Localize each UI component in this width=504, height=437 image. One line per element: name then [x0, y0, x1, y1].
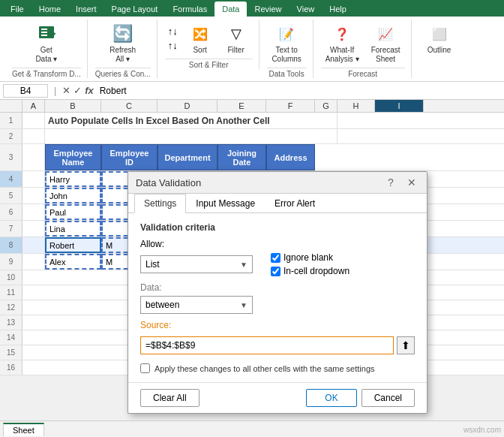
- tab-view[interactable]: View: [290, 2, 322, 17]
- data-dropdown-arrow: ▼: [240, 301, 248, 309]
- col-f[interactable]: F: [266, 100, 315, 112]
- source-range-button[interactable]: ⬆: [397, 336, 415, 354]
- cell-reference-box[interactable]: [3, 84, 48, 98]
- group-label-sort: Sort & Filter: [165, 59, 253, 69]
- tab-input-message[interactable]: Input Message: [186, 194, 265, 213]
- tab-page-layout[interactable]: Page Layout: [104, 2, 166, 17]
- get-data-icon: [34, 22, 58, 46]
- dialog-body: Validation criteria Allow: List ▼ Ignore…: [128, 213, 427, 382]
- group-queries: 🔄 RefreshAll ▾ Queries & Con...: [89, 20, 158, 78]
- data-dropdown[interactable]: between ▼: [140, 296, 253, 314]
- col-h[interactable]: H: [338, 100, 375, 112]
- cancel-button[interactable]: Cancel: [362, 389, 415, 407]
- tab-home[interactable]: Home: [32, 2, 68, 17]
- cell-a3[interactable]: [22, 144, 45, 170]
- dialog-title-bar: Data Validation ? ✕: [128, 172, 427, 194]
- tab-insert[interactable]: Insert: [68, 2, 104, 17]
- validation-criteria-title: Validation criteria: [140, 222, 415, 233]
- row-num-1: 1: [0, 113, 22, 128]
- data-validation-dialog[interactable]: Data Validation ? ✕ Settings Input Messa…: [128, 171, 428, 414]
- ribbon: File Home Insert Page Layout Formulas Da…: [0, 0, 504, 82]
- clear-all-button[interactable]: Clear All: [140, 389, 200, 407]
- ignore-blank-checkbox[interactable]: Ignore blank: [271, 252, 350, 263]
- col-e[interactable]: E: [218, 100, 266, 112]
- sort-descending-button[interactable]: ↑↓: [165, 39, 181, 52]
- cell-department-header[interactable]: Department: [158, 144, 218, 170]
- tab-review[interactable]: Review: [247, 2, 289, 17]
- col-a[interactable]: A: [22, 100, 45, 112]
- get-data-button[interactable]: GetData ▾: [30, 20, 63, 66]
- forecast-icon: 📈: [374, 22, 398, 46]
- filter-label: Filter: [228, 46, 244, 55]
- refresh-label: RefreshAll ▾: [110, 46, 136, 64]
- dialog-help-icon[interactable]: ?: [383, 176, 398, 188]
- in-cell-dropdown-input[interactable]: [271, 267, 280, 276]
- filter-button[interactable]: ▽ Filter: [220, 20, 253, 57]
- tab-file[interactable]: File: [3, 2, 32, 17]
- cell-a5[interactable]: [22, 188, 45, 203]
- cell-b5-john[interactable]: John: [45, 188, 101, 203]
- insert-function-icon[interactable]: fx: [85, 85, 94, 96]
- formula-input[interactable]: [97, 85, 501, 97]
- outline-icon: ⬜: [428, 22, 452, 46]
- sort-button[interactable]: 🔀 Sort: [184, 20, 217, 57]
- cell-a9[interactable]: [22, 254, 45, 270]
- text-to-columns-button[interactable]: 📝 Text toColumns: [267, 20, 305, 66]
- allow-dropdown[interactable]: List ▼: [140, 255, 253, 273]
- cell-b1[interactable]: Auto Populate Cells In Excel Based On An…: [45, 113, 338, 128]
- cell-b2[interactable]: [45, 129, 338, 143]
- col-g[interactable]: G: [315, 100, 338, 112]
- sort-ascending-button[interactable]: ↑↓: [165, 25, 181, 38]
- col-i[interactable]: I: [375, 100, 424, 112]
- cell-a4[interactable]: [22, 171, 45, 187]
- refresh-all-button[interactable]: 🔄 RefreshAll ▾: [105, 20, 140, 66]
- cell-a6[interactable]: [22, 204, 45, 220]
- col-c[interactable]: C: [101, 100, 158, 112]
- tab-error-alert[interactable]: Error Alert: [265, 194, 325, 213]
- row-num-3: 3: [0, 144, 22, 170]
- cell-b8-robert[interactable]: Robert: [45, 237, 101, 253]
- cell-b7-lina[interactable]: Lina: [45, 221, 101, 237]
- forecast-sheet-button[interactable]: 📈 ForecastSheet: [367, 20, 405, 66]
- confirm-formula-icon[interactable]: ✓: [74, 85, 82, 96]
- in-cell-dropdown-checkbox[interactable]: In-cell dropdown: [271, 266, 350, 276]
- tab-help[interactable]: Help: [322, 2, 354, 17]
- cell-a8[interactable]: [22, 237, 45, 253]
- cell-a1[interactable]: [22, 113, 45, 128]
- cell-employee-id-header[interactable]: EmployeeID: [101, 144, 158, 170]
- formula-icons: ✕ ✓ fx: [62, 85, 94, 96]
- cell-employee-name-header[interactable]: EmployeeName: [45, 144, 101, 170]
- cell-address-header[interactable]: Address: [266, 144, 315, 170]
- group-sort-filter: ↑↓ ↑↓ 🔀 Sort ▽ Filter Sort & Filter: [159, 20, 260, 69]
- sheet-tabs: Sheet: [0, 420, 504, 437]
- group-label-data-tools: Data Tools: [267, 68, 307, 78]
- cell-b6-paul[interactable]: Paul: [45, 204, 101, 220]
- what-if-button[interactable]: ❓ What-IfAnalysis ▾: [321, 20, 364, 66]
- tab-formulas[interactable]: Formulas: [165, 2, 214, 17]
- allow-value: List: [146, 259, 160, 270]
- cell-joining-date-header[interactable]: JoiningDate: [218, 144, 266, 170]
- what-if-icon: ❓: [330, 22, 354, 46]
- cell-a2[interactable]: [22, 129, 45, 143]
- col-d[interactable]: D: [158, 100, 218, 112]
- allow-row: Allow: List ▼ Ignore blank I: [140, 239, 415, 276]
- group-label-transform: Get & Transform D...: [12, 68, 81, 78]
- cell-b4-harry[interactable]: Harry: [45, 171, 101, 187]
- col-b[interactable]: B: [45, 100, 101, 112]
- tab-settings[interactable]: Settings: [134, 194, 186, 213]
- source-section: Source: ⬆: [140, 320, 415, 354]
- source-input[interactable]: [140, 336, 394, 354]
- sheet-tab-sheet[interactable]: Sheet: [3, 423, 44, 436]
- apply-checkbox[interactable]: [140, 363, 150, 373]
- refresh-icon: 🔄: [111, 22, 135, 46]
- dialog-close-icon[interactable]: ✕: [404, 176, 419, 188]
- row-num-6: 6: [0, 204, 22, 220]
- tab-data[interactable]: Data: [214, 2, 247, 17]
- cell-b9-alex[interactable]: Alex: [45, 254, 101, 270]
- cell-a7[interactable]: [22, 221, 45, 237]
- in-cell-dropdown-label: In-cell dropdown: [284, 266, 350, 276]
- outline-button[interactable]: ⬜ Outline: [423, 20, 456, 57]
- cancel-formula-icon[interactable]: ✕: [62, 85, 70, 96]
- ignore-blank-input[interactable]: [271, 253, 280, 263]
- ok-button[interactable]: OK: [306, 389, 356, 407]
